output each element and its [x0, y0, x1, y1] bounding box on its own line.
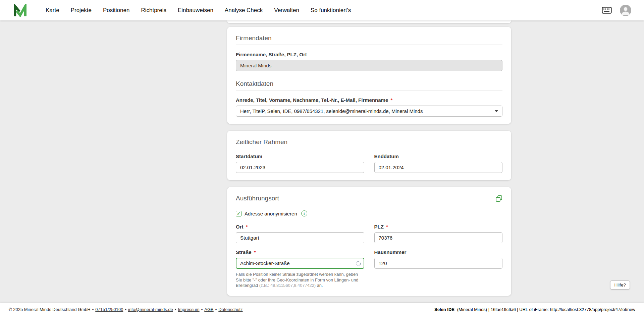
anonymize-checkbox[interactable] — [236, 211, 241, 216]
user-avatar[interactable] — [620, 5, 631, 16]
nav-item-positionen[interactable]: Positionen — [103, 7, 129, 14]
strasse-input[interactable] — [236, 258, 364, 269]
company-input — [236, 60, 502, 71]
footer-separator: • — [92, 307, 94, 312]
card-zeitlicher-rahmen: Zeitlicher Rahmen Startdatum Enddatum — [227, 131, 511, 180]
enddatum-label: Enddatum — [374, 153, 503, 160]
info-icon[interactable] — [301, 210, 307, 216]
helper-suffix: an. — [317, 283, 323, 288]
chevron-down-icon — [495, 110, 498, 112]
nav-item-analyse-check[interactable]: Analyse Check — [225, 7, 263, 14]
hausnummer-input[interactable] — [374, 258, 503, 269]
hausnummer-label: Hausnummer — [374, 249, 503, 255]
card-ausfuehrungsort: Ausführungsort Adresse anonymisieren Or — [227, 187, 511, 296]
divider — [236, 45, 502, 45]
enddatum-field: Enddatum — [374, 153, 503, 173]
company-label: Firmenname, Straße, PLZ, Ort — [236, 52, 502, 58]
contact-select[interactable]: Herr, TitelP, Selen, IDE, 0987/654321, s… — [236, 106, 502, 117]
strasse-field: Straße * Falls die Position keiner Straß… — [236, 249, 364, 289]
nav-item-karte[interactable]: Karte — [46, 7, 59, 14]
footer-agb-link[interactable]: AGB — [204, 307, 213, 312]
startdatum-field: Startdatum — [236, 153, 364, 173]
required-asterisk: * — [390, 97, 392, 103]
footer-phone-link[interactable]: 07151/250100 — [95, 307, 123, 312]
contact-label: Anrede, Titel, Vorname, Nachname, Tel.-N… — [236, 97, 502, 103]
user-icon — [620, 5, 631, 16]
footer-separator: • — [175, 307, 176, 312]
strasse-label-text: Straße — [236, 249, 252, 255]
plz-input[interactable] — [374, 232, 503, 243]
footer-right: Selen IDE (Mineral Minds) | 16fae1ffc6a6… — [434, 307, 635, 312]
loading-spinner-icon — [356, 261, 361, 266]
enddatum-input[interactable] — [374, 162, 503, 173]
footer-copyright: © 2025 Mineral Minds Deutschland GmbH — [9, 307, 91, 312]
logo[interactable] — [13, 4, 27, 17]
plz-label-text: PLZ — [374, 224, 384, 230]
required-asterisk: * — [386, 224, 388, 230]
footer-impressum-link[interactable]: Impressum — [178, 307, 199, 312]
footer-separator: • — [201, 307, 203, 312]
firmendaten-title: Firmendaten — [236, 34, 502, 42]
nav-item-richtpreis[interactable]: Richtpreis — [141, 7, 166, 14]
kontaktdaten-title: Kontaktdaten — [236, 80, 502, 88]
card-firmendaten: Firmendaten Firmenname, Straße, PLZ, Ort… — [227, 27, 511, 124]
footer-separator: • — [215, 307, 217, 312]
footer: © 2025 Mineral Minds Deutschland GmbH • … — [0, 303, 644, 316]
navbar-actions — [602, 5, 631, 16]
footer-email-link[interactable]: info@mineral-minds.de — [128, 307, 173, 312]
ort-input[interactable] — [236, 232, 364, 243]
required-asterisk: * — [254, 249, 256, 255]
footer-left: © 2025 Mineral Minds Deutschland GmbH • … — [9, 307, 243, 312]
anonymize-label[interactable]: Adresse anonymisieren — [245, 211, 297, 216]
anonymize-row: Adresse anonymisieren — [236, 210, 502, 216]
strasse-label: Straße * — [236, 249, 364, 255]
contact-label-text: Anrede, Titel, Vorname, Nachname, Tel.-N… — [236, 97, 388, 103]
form-column: Firmendaten Firmenname, Straße, PLZ, Ort… — [227, 20, 511, 312]
card-partial-top — [227, 20, 511, 23]
footer-app-name: Selen IDE — [434, 307, 454, 312]
main-nav: Karte Projekte Positionen Richtpreis Ein… — [46, 7, 351, 14]
plz-field: PLZ * — [374, 224, 503, 243]
required-asterisk: * — [246, 224, 248, 230]
footer-datenschutz-link[interactable]: Datenschutz — [218, 307, 243, 312]
helper-coords: (z.B.: 48.8115607,9.4077422) — [259, 283, 316, 288]
keyboard-button[interactable] — [602, 7, 612, 14]
help-button[interactable]: Hilfe? — [610, 280, 630, 290]
startdatum-label: Startdatum — [236, 153, 364, 160]
zeitraum-title: Zeitlicher Rahmen — [236, 138, 502, 146]
ort-field: Ort * — [236, 224, 364, 243]
strasse-helper-text: Falls die Position keiner Straße zugeord… — [236, 272, 363, 289]
contact-select-value: Herr, TitelP, Selen, IDE, 0987/654321, s… — [240, 108, 423, 114]
nav-item-projekte[interactable]: Projekte — [71, 7, 92, 14]
nav-item-so-funktionierts[interactable]: So funktioniert's — [311, 7, 351, 14]
hausnummer-field: Hausnummer — [374, 249, 503, 289]
copy-icon — [495, 195, 502, 202]
footer-separator: • — [125, 307, 126, 312]
keyboard-icon — [602, 7, 612, 14]
nav-item-verwalten[interactable]: Verwalten — [274, 7, 299, 14]
plz-label: PLZ * — [374, 224, 503, 230]
nav-item-einbauweisen[interactable]: Einbauweisen — [178, 7, 213, 14]
ort-label: Ort * — [236, 224, 364, 230]
divider — [236, 90, 502, 90]
startdatum-input[interactable] — [236, 162, 364, 173]
footer-debug-info: (Mineral Minds) | 16fae1ffc6a6 | URL of … — [457, 307, 635, 312]
copy-button[interactable] — [495, 195, 502, 202]
top-navbar: Karte Projekte Positionen Richtpreis Ein… — [0, 0, 644, 20]
ausfuehrungsort-title: Ausführungsort — [236, 194, 279, 202]
ort-label-text: Ort — [236, 224, 244, 230]
logo-icon — [13, 4, 27, 17]
divider — [236, 205, 502, 205]
